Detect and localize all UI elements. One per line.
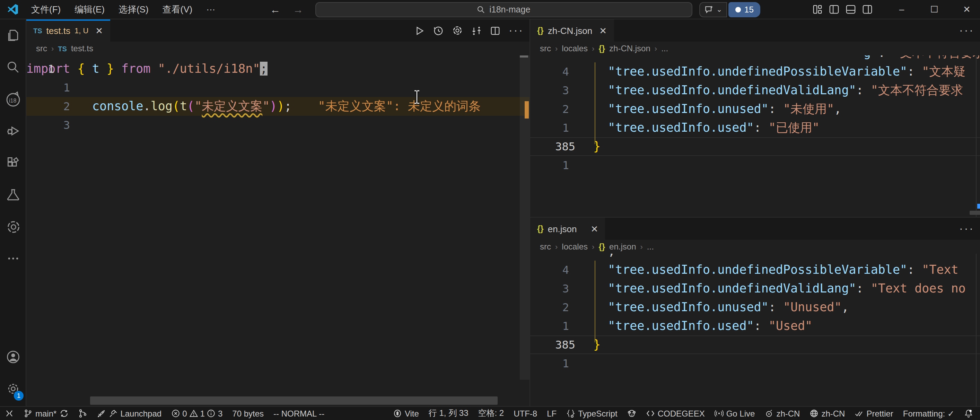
scrollbar-thumb[interactable] <box>520 56 528 57</box>
display-language-status[interactable]: zh-CN <box>760 407 805 420</box>
vim-mode-status[interactable]: -- NORMAL -- <box>269 407 329 420</box>
tab-test-ts[interactable]: TS test.ts 1, U ✕ <box>26 19 110 41</box>
git-graph-button[interactable] <box>73 407 92 420</box>
settings-badge: 1 <box>14 391 24 401</box>
compare-icon[interactable] <box>471 25 482 36</box>
toggle-primary-sidebar-icon[interactable] <box>829 4 839 14</box>
breadcrumb-src[interactable]: src <box>36 44 47 53</box>
launchpad-button[interactable]: Launchpad <box>92 407 166 420</box>
file-size-status[interactable]: 70 bytes <box>228 407 269 420</box>
breadcrumb-ellipsis[interactable]: ... <box>661 44 668 53</box>
code-line[interactable]: 385} <box>530 336 980 354</box>
run-icon[interactable] <box>414 25 425 36</box>
nav-back-arrow[interactable]: ← <box>264 3 286 15</box>
code-line[interactable]: 1 <box>530 156 980 175</box>
code-line[interactable]: 4 "tree.usedInfo.undefinedPossibleVariab… <box>530 62 980 81</box>
breadcrumb-locales[interactable]: locales <box>562 44 588 53</box>
settings-button[interactable]: 1 <box>0 373 26 405</box>
breadcrumb[interactable]: src › TS test.ts <box>26 41 530 56</box>
code-editor-test-ts[interactable]: 1import { t } from "./utils/i18n";12cons… <box>26 56 530 392</box>
close-icon[interactable]: ✕ <box>591 224 598 234</box>
code-line[interactable]: 3 "tree.usedInfo.undefinedValidLang": "T… <box>530 279 980 298</box>
toggle-secondary-sidebar-icon[interactable] <box>862 4 873 14</box>
toggle-panel-icon[interactable] <box>846 4 856 14</box>
minimize-button[interactable]: – <box>891 0 912 19</box>
menu-edit[interactable]: 编辑(E) <box>68 0 111 19</box>
code-editor-zh-cn-json[interactable]: g": "文本不符合要求的4 "tree.usedInfo.undefinedP… <box>530 56 980 217</box>
close-icon[interactable]: ✕ <box>95 25 103 36</box>
problems-status[interactable]: 0 1 3 <box>166 407 228 420</box>
code-line[interactable]: 1 <box>26 78 530 97</box>
breadcrumb-file[interactable]: en.json <box>609 242 636 251</box>
breadcrumb-ellipsis[interactable]: ... <box>647 242 654 251</box>
breadcrumb-src[interactable]: src <box>540 242 551 251</box>
indentation-status[interactable]: 空格: 2 <box>473 407 509 420</box>
openai-icon[interactable] <box>452 25 463 36</box>
code-line[interactable]: 4 "tree.usedInfo.undefinedPossibleVariab… <box>530 261 980 279</box>
code-line[interactable]: 1 "tree.usedInfo.used": "已使用" <box>530 119 980 137</box>
sidebar-item-testing[interactable] <box>0 179 26 211</box>
codegeex-status[interactable]: CODEGEEX <box>641 407 710 420</box>
maximize-button[interactable]: ☐ <box>924 0 945 19</box>
menu-file[interactable]: 文件(F) <box>24 0 68 19</box>
code-line[interactable]: 1 <box>530 354 980 373</box>
tab-en-json[interactable]: {} en.json ✕ <box>530 218 605 240</box>
encoding-status[interactable]: UTF-8 <box>509 407 542 420</box>
nav-forward-arrow[interactable]: → <box>286 3 309 15</box>
breadcrumb[interactable]: src › locales › {} en.json › ... <box>530 240 980 254</box>
code-line[interactable]: 2 "tree.usedInfo.unused": "未使用", <box>530 100 980 119</box>
close-button[interactable]: ✕ <box>956 0 977 19</box>
git-branch-status[interactable]: main* <box>19 407 73 420</box>
sidebar-item-openai[interactable] <box>0 211 26 243</box>
code-line[interactable]: , <box>530 254 980 261</box>
breadcrumb-file[interactable]: zh-CN.json <box>609 44 651 53</box>
timeline-icon[interactable] <box>433 25 444 36</box>
code-line[interactable]: 2console.log(t("未定义文案"));"未定义文案": 未定义的词条 <box>26 97 530 116</box>
code-line[interactable]: 3 <box>26 116 530 134</box>
horizontal-scrollbar[interactable] <box>90 396 498 405</box>
sidebar-item-search[interactable] <box>0 51 26 83</box>
horizontal-scrollbar[interactable] <box>970 211 980 215</box>
breadcrumb-src[interactable]: src <box>540 44 551 53</box>
close-icon[interactable]: ✕ <box>599 25 607 36</box>
code-line[interactable]: 1import { t } from "./utils/i18n"; <box>26 60 530 78</box>
tab-zh-cn-json[interactable]: {} zh-CN.json ✕ <box>530 19 614 41</box>
go-live-status[interactable]: Go Live <box>710 407 760 420</box>
notifications-button[interactable] <box>959 407 980 420</box>
monkey-extension-status[interactable] <box>622 407 641 420</box>
vite-status[interactable]: Vite <box>388 407 424 420</box>
cursor-position-status[interactable]: 行 1, 列 33 <box>424 407 473 420</box>
eol-status[interactable]: LF <box>542 407 562 420</box>
code-line[interactable]: 1 "tree.usedInfo.used": "Used" <box>530 317 980 336</box>
i18n-language-status[interactable]: zh-CN <box>805 407 850 420</box>
command-center-search[interactable]: i18n-mage <box>315 2 692 17</box>
menu-more[interactable]: ··· <box>199 0 222 19</box>
language-mode-status[interactable]: TypeScript <box>562 407 622 420</box>
more-actions-icon[interactable]: ··· <box>959 24 974 37</box>
menu-selection[interactable]: 选择(S) <box>111 0 156 19</box>
code-editor-en-json[interactable]: ,4 "tree.usedInfo.undefinedPossibleVaria… <box>530 254 980 407</box>
more-actions-icon[interactable]: ··· <box>959 223 974 235</box>
code-line[interactable]: 385} <box>530 137 980 156</box>
breadcrumb-file[interactable]: test.ts <box>71 44 93 53</box>
chat-usage-badge[interactable]: 15 <box>729 2 760 17</box>
split-editor-icon[interactable] <box>490 25 500 36</box>
sidebar-item-i18n-mage[interactable]: i18 <box>0 83 26 115</box>
prettier-status[interactable]: Prettier <box>850 407 898 420</box>
sidebar-item-more[interactable] <box>0 243 26 274</box>
sidebar-item-run-debug[interactable] <box>0 115 26 147</box>
copilot-chat-button[interactable]: ⌄ <box>699 2 727 17</box>
code-line[interactable]: 3 "tree.usedInfo.undefinedValidLang": "文… <box>530 81 980 100</box>
sidebar-item-explorer[interactable] <box>0 19 26 51</box>
customize-layout-icon[interactable] <box>812 4 822 14</box>
sidebar-item-extensions[interactable] <box>0 147 26 179</box>
breadcrumb[interactable]: src › locales › {} zh-CN.json › ... <box>530 41 980 56</box>
code-line[interactable]: 2 "tree.usedInfo.unused": "Unused", <box>530 298 980 317</box>
code-line[interactable]: g": "文本不符合要求的 <box>530 56 980 62</box>
breadcrumb-locales[interactable]: locales <box>562 242 588 251</box>
formatting-status[interactable]: Formatting: ✓ <box>898 407 959 420</box>
remote-indicator[interactable] <box>0 407 19 420</box>
more-actions-icon[interactable]: ··· <box>509 24 524 37</box>
account-button[interactable] <box>0 341 26 373</box>
menu-view[interactable]: 查看(V) <box>156 0 200 19</box>
